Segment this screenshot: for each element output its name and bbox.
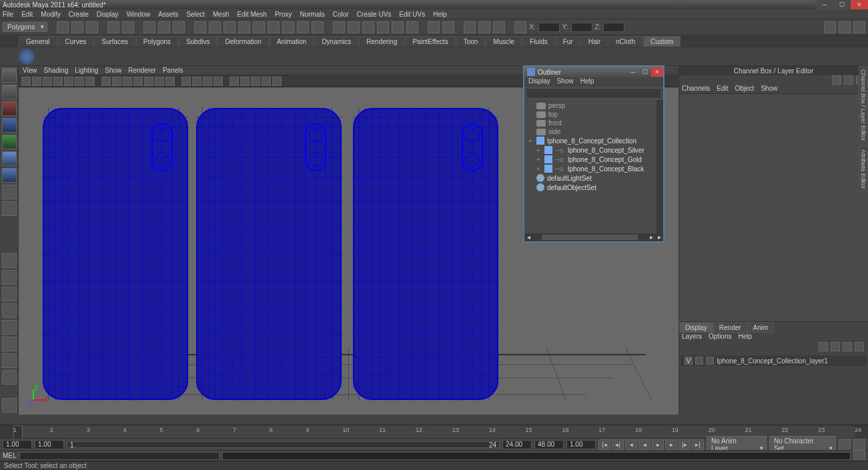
cb-tab-edit[interactable]: Edit	[717, 85, 728, 93]
layer-icon[interactable]	[819, 342, 828, 351]
outliner-menu-display[interactable]: Display	[528, 77, 550, 87]
viewport-icon[interactable]	[213, 77, 223, 86]
menu-display[interactable]: Display	[97, 11, 119, 18]
range-end-inner[interactable]: 24.00	[502, 440, 532, 449]
phone-model-2[interactable]	[195, 107, 342, 401]
menu-modify[interactable]: Modify	[41, 11, 60, 18]
viewport-icon[interactable]	[112, 77, 121, 86]
coord-y-input[interactable]	[571, 23, 592, 32]
shelf-tab-toon[interactable]: Toon	[456, 36, 486, 47]
soft-mod-tool[interactable]	[2, 185, 17, 199]
show-manip-tool[interactable]	[2, 201, 17, 216]
coord-x-input[interactable]	[538, 23, 560, 32]
menu-help[interactable]: Help	[433, 11, 447, 18]
view-menu-panels[interactable]: Panels	[163, 67, 183, 74]
view-menu-show[interactable]: Show	[105, 67, 121, 74]
layer-name[interactable]: Iphone_8_Concept_Collection_layer1	[717, 357, 828, 365]
outliner-item[interactable]: top	[526, 110, 662, 119]
mask-icon[interactable]	[209, 21, 221, 33]
select-comp-icon[interactable]	[173, 21, 185, 33]
layer-visibility[interactable]: V	[685, 357, 693, 365]
goto-end-button[interactable]: ▸|	[692, 439, 704, 450]
viewport-icon[interactable]	[123, 77, 132, 86]
menu-createuvs[interactable]: Create UVs	[357, 11, 392, 18]
layer-icon[interactable]	[855, 342, 864, 351]
phone-model-3[interactable]	[352, 107, 499, 401]
goto-start-button[interactable]: |◂	[598, 439, 610, 450]
step-forward-button[interactable]: |▸	[679, 439, 691, 450]
outliner-item[interactable]: persp	[526, 101, 662, 110]
shelf-tab-subdivs[interactable]: Subdivs	[179, 36, 218, 47]
shelf-tab-dynamics[interactable]: Dynamics	[314, 36, 358, 47]
snap-icon[interactable]	[348, 21, 360, 33]
menu-create[interactable]: Create	[69, 11, 89, 18]
paint-tool[interactable]	[2, 101, 17, 116]
snap-icon[interactable]	[362, 21, 374, 33]
cmd-label[interactable]: MEL	[3, 452, 17, 459]
snap-icon[interactable]	[333, 21, 345, 33]
outliner-item[interactable]: side	[526, 127, 662, 136]
viewport-icon[interactable]	[262, 77, 271, 86]
shelf-tab-general[interactable]: General	[19, 36, 57, 47]
menu-file[interactable]: File	[3, 11, 13, 18]
shelf-tab-deformation[interactable]: Deformation	[218, 36, 268, 47]
fps-field[interactable]: 1.00	[566, 440, 596, 449]
layer-color[interactable]	[706, 357, 714, 365]
ui-toggle-icon[interactable]	[839, 21, 851, 33]
key-back-button[interactable]: ◂	[625, 439, 637, 450]
menu-color[interactable]: Color	[333, 11, 349, 18]
outliner-window[interactable]: Outliner ─ ☐ ✕ Display Show Help persp t…	[523, 65, 665, 243]
expand-icon[interactable]: +	[527, 137, 534, 145]
layer-row[interactable]: V Iphone_8_Concept_Collection_layer1	[681, 355, 867, 366]
shelf-tab-curves[interactable]: Curves	[58, 36, 94, 47]
shelf-tab-ncloth[interactable]: nCloth	[608, 36, 642, 47]
shelf-tab-painteffects[interactable]: PaintEffects	[405, 36, 455, 47]
range-end-outer[interactable]: 48.00	[534, 440, 564, 449]
snap-icon[interactable]	[377, 21, 389, 33]
expand-icon[interactable]: +	[535, 156, 542, 163]
viewport-icon[interactable]	[230, 77, 239, 86]
layout-single[interactable]	[2, 253, 17, 268]
snap-icon[interactable]	[406, 21, 418, 33]
layout-outliner[interactable]	[2, 353, 17, 368]
ui-toggle-icon[interactable]	[853, 21, 865, 33]
viewport-icon[interactable]	[181, 77, 191, 86]
viewport-icon[interactable]	[165, 77, 175, 86]
shelf-tab-animation[interactable]: Animation	[270, 36, 314, 47]
viewport-icon[interactable]	[32, 77, 41, 86]
menu-window[interactable]: Window	[127, 11, 151, 18]
rotate-tool[interactable]	[2, 135, 17, 149]
outliner-maximize[interactable]: ☐	[639, 67, 651, 77]
cb-icon[interactable]	[844, 75, 853, 85]
input-mode-icon[interactable]	[514, 21, 526, 33]
viewport-icon[interactable]	[240, 77, 250, 86]
ipr-icon[interactable]	[478, 21, 490, 33]
move-tool[interactable]	[2, 118, 17, 133]
layer-tab-render[interactable]: Render	[713, 322, 747, 333]
outliner-item[interactable]: +─oIphone_8_Concept_Gold	[526, 155, 662, 164]
viewport-icon[interactable]	[64, 77, 73, 86]
cb-tab-show[interactable]: Show	[761, 85, 777, 93]
shelf-tab-polygons[interactable]: Polygons	[136, 36, 178, 47]
mask-icon[interactable]	[224, 21, 236, 33]
outliner-item[interactable]: defaultLightSet	[526, 173, 662, 183]
menu-select[interactable]: Select	[186, 11, 205, 18]
phone-model-1[interactable]	[42, 107, 189, 401]
side-tab-attribute[interactable]: Attribute Editor	[859, 146, 868, 193]
outliner-scrollbar[interactable]	[657, 100, 663, 233]
viewport-icon[interactable]	[155, 77, 164, 86]
menu-normals[interactable]: Normals	[300, 11, 325, 18]
cmd-input[interactable]	[19, 452, 220, 460]
outliner-item[interactable]: +─oIphone_8_Concept_Silver	[526, 145, 662, 155]
redo-icon[interactable]	[122, 21, 134, 33]
layout-two-h[interactable]	[2, 287, 17, 301]
scale-tool[interactable]	[2, 151, 17, 166]
layer-type[interactable]	[695, 357, 703, 365]
history-icon[interactable]	[442, 21, 454, 33]
menu-edituvs[interactable]: Edit UVs	[399, 11, 425, 18]
auto-key-icon[interactable]	[839, 439, 851, 451]
close-button[interactable]: ✕	[851, 0, 868, 9]
universal-tool[interactable]	[2, 168, 17, 183]
outliner-search[interactable]	[526, 88, 662, 99]
outliner-minimize[interactable]: ─	[627, 67, 639, 77]
